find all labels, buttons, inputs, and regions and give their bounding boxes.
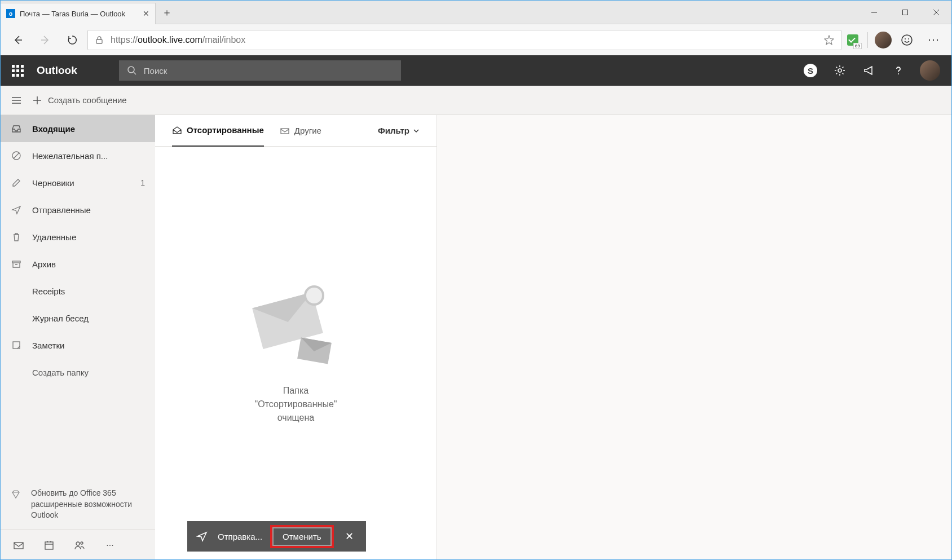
new-tab-button[interactable]: ＋ (156, 6, 178, 19)
help-button[interactable] (885, 57, 912, 84)
command-bar: Создать сообщение (1, 86, 951, 115)
browser-toolbar: https://outlook.live.com/mail/inbox 69 ·… (1, 24, 951, 55)
search-input[interactable]: Поиск (119, 60, 401, 81)
toast-close-button[interactable]: ✕ (342, 530, 357, 543)
mail-module-button[interactable] (6, 533, 31, 558)
window-minimize-button[interactable] (858, 1, 889, 24)
list-pane-header: Отсортированные Другие Фильтр (155, 115, 437, 147)
app-title: Outlook (37, 64, 77, 77)
svg-rect-1 (902, 10, 907, 15)
filter-button[interactable]: Фильтр (378, 126, 420, 135)
tab-title: Почта — Taras Buria — Outlook (20, 10, 125, 18)
gear-icon (834, 64, 846, 77)
svg-rect-23 (14, 543, 23, 549)
folder-notes[interactable]: Заметки (1, 332, 155, 359)
folder-label: Журнал бесед (32, 314, 89, 323)
window-titlebar: o Почта — Taras Buria — Outlook ✕ ＋ (1, 1, 951, 24)
svg-point-7 (902, 35, 912, 45)
create-folder-button[interactable]: Создать папку (1, 359, 155, 386)
profile-avatar-icon[interactable] (875, 32, 892, 48)
svg-rect-24 (45, 542, 53, 549)
calendar-icon (43, 540, 55, 551)
diamond-icon (11, 488, 21, 521)
folder-sent[interactable]: Отправленные (1, 196, 155, 223)
message-list-pane: Отсортированные Другие Фильтр Папка "Отс… (155, 115, 437, 560)
app-header: Outlook Поиск S (1, 55, 951, 86)
mail-icon (13, 540, 24, 551)
folder-junk[interactable]: Нежелательная п... (1, 142, 155, 169)
plus-icon (32, 95, 42, 105)
toggle-sidebar-button[interactable] (11, 95, 22, 106)
help-icon (892, 64, 905, 77)
svg-point-29 (81, 542, 83, 544)
new-message-label: Создать сообщение (48, 95, 127, 105)
folder-label: Создать папку (32, 368, 89, 377)
tab-focused[interactable]: Отсортированные (172, 115, 264, 147)
svg-line-20 (14, 153, 19, 158)
folder-archive[interactable]: Архив (1, 250, 155, 277)
folder-label: Receipts (32, 286, 65, 296)
window-close-button[interactable] (920, 1, 951, 24)
window-maximize-button[interactable] (889, 1, 920, 24)
skype-icon: S (804, 64, 817, 77)
svg-point-28 (76, 542, 80, 545)
account-avatar-button[interactable] (920, 60, 940, 81)
new-message-button[interactable]: Создать сообщение (32, 95, 127, 105)
mail-icon (280, 126, 290, 136)
nav-back-button[interactable] (6, 28, 30, 52)
folder-inbox[interactable]: Входящие (1, 115, 155, 142)
waffle-icon (12, 65, 24, 77)
toolbar-separator (867, 32, 868, 48)
folder-label: Архив (32, 259, 56, 269)
sidebar: Входящие Нежелательная п... Черновики 1 … (1, 115, 155, 560)
inbox-icon (11, 124, 22, 134)
svg-point-10 (128, 67, 134, 73)
people-module-button[interactable] (67, 533, 92, 558)
feedback-smiley-button[interactable] (895, 28, 919, 52)
reading-pane (437, 115, 951, 560)
browser-tab[interactable]: o Почта — Taras Buria — Outlook ✕ (1, 3, 156, 24)
folder-count: 1 (140, 178, 145, 187)
more-modules-button[interactable]: ··· (98, 533, 122, 558)
lock-icon (95, 36, 104, 45)
address-input[interactable]: https://outlook.live.com/mail/inbox (87, 30, 841, 50)
app-launcher-button[interactable] (6, 59, 29, 82)
empty-state: Папка "Отсортированные" очищена (155, 147, 437, 560)
folder-conversation-history[interactable]: Журнал бесед (1, 305, 155, 332)
empty-text-2: "Отсортированные" (255, 398, 337, 411)
empty-illustration-icon (251, 283, 341, 367)
whats-new-button[interactable] (856, 57, 883, 84)
extension-adguard-icon[interactable]: 69 (845, 32, 861, 48)
folder-label: Заметки (32, 341, 64, 350)
tab-other[interactable]: Другие (280, 115, 321, 147)
nav-refresh-button[interactable] (60, 28, 84, 52)
folder-label: Черновики (32, 178, 74, 188)
calendar-module-button[interactable] (37, 533, 61, 558)
filter-label: Фильтр (378, 126, 409, 135)
megaphone-icon (863, 64, 875, 77)
browser-menu-button[interactable]: ··· (922, 28, 946, 52)
pencil-icon (11, 178, 22, 188)
svg-point-13 (898, 73, 899, 74)
folder-label: Входящие (32, 124, 75, 134)
svg-point-12 (838, 69, 841, 72)
undo-send-button[interactable]: Отменить (272, 527, 332, 546)
people-icon (74, 540, 85, 551)
skype-button[interactable]: S (797, 57, 824, 84)
svg-line-11 (134, 72, 136, 74)
trash-icon (11, 232, 22, 242)
settings-button[interactable] (826, 57, 853, 84)
folder-receipts[interactable]: Receipts (1, 277, 155, 305)
outlook-favicon-icon: o (6, 9, 15, 18)
tab-close-button[interactable]: ✕ (143, 9, 149, 18)
block-icon (11, 151, 22, 161)
nav-forward-button[interactable] (33, 28, 57, 52)
svg-point-9 (908, 38, 909, 39)
main-area: Входящие Нежелательная п... Черновики 1 … (1, 115, 951, 560)
favorite-star-icon[interactable] (824, 35, 834, 45)
upgrade-link[interactable]: Обновить до Office 365 расширенные возмо… (1, 480, 155, 529)
toast-status: Отправка... (218, 532, 262, 541)
folder-drafts[interactable]: Черновики 1 (1, 169, 155, 196)
header-right: S (797, 57, 946, 84)
folder-deleted[interactable]: Удаленные (1, 223, 155, 250)
